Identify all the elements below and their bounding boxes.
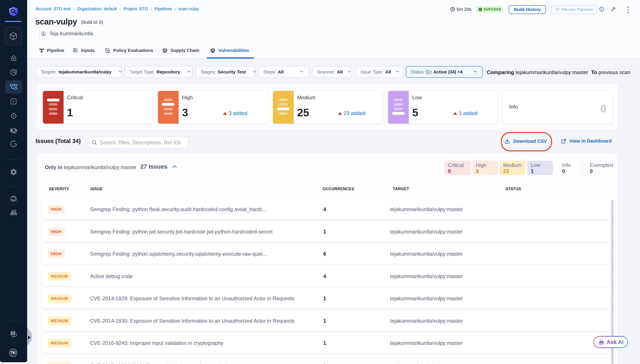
svg-text:?: ? — [12, 331, 14, 335]
